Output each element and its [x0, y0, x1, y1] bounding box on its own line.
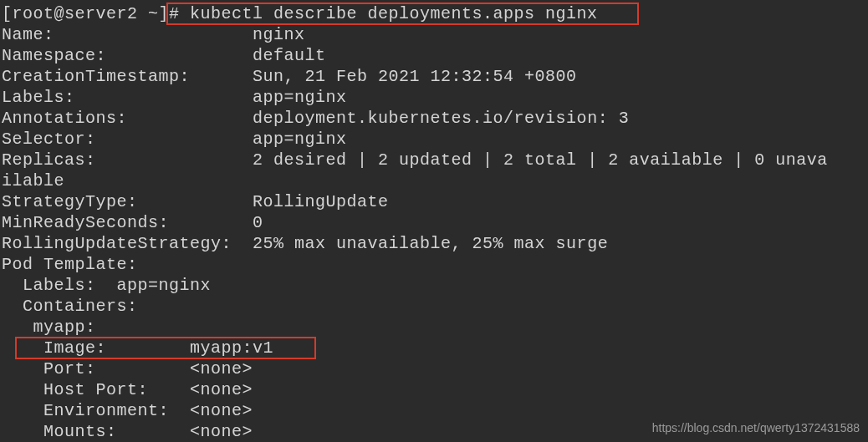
field-name-value: nginx — [253, 25, 305, 44]
field-rolling-value: 25% max unavailable, 25% max surge — [253, 234, 608, 253]
field-annotations-label: Annotations: — [2, 109, 127, 128]
command-text: kubectl describe deployments.apps nginx — [190, 4, 598, 23]
terminal-output: [root@server2 ~]# kubectl describe deplo… — [2, 3, 868, 442]
field-mounts-value: <none> — [190, 422, 253, 441]
field-replicas-label: Replicas: — [2, 150, 96, 170]
field-podlabels-value: app=nginx — [117, 276, 212, 295]
field-minready-label: MinReadySeconds: — [2, 213, 169, 232]
field-image-value: myapp:v1 — [190, 338, 273, 358]
field-labels-label: Labels: — [2, 88, 75, 107]
field-port-label: Port: — [2, 359, 96, 378]
field-creation-value: Sun, 21 Feb 2021 12:32:54 +0800 — [253, 67, 577, 86]
field-replicas-value: 2 desired | 2 updated | 2 total | 2 avai… — [253, 150, 828, 170]
field-selector-label: Selector: — [2, 130, 96, 149]
field-creation-label: CreationTimestamp: — [2, 67, 190, 86]
field-podlabels-label: Labels: — [2, 276, 117, 295]
field-strategy-value: RollingUpdate — [253, 192, 389, 211]
field-mounts-label: Mounts: — [2, 422, 117, 441]
field-port-value: <none> — [190, 359, 253, 378]
field-labels-value: app=nginx — [253, 88, 347, 107]
watermark-text: https://blog.csdn.net/qwerty1372431588 — [652, 421, 860, 436]
field-image-label: Image: — [2, 338, 106, 358]
field-container-name: myapp: — [2, 318, 96, 337]
field-env-label: Environment: — [2, 401, 169, 420]
field-podtemplate-label: Pod Template: — [2, 255, 138, 274]
field-env-value: <none> — [190, 401, 253, 420]
field-namespace-label: Namespace: — [2, 46, 106, 65]
field-strategy-label: StrategyType: — [2, 192, 138, 211]
field-containers-label: Containers: — [2, 297, 138, 316]
field-minready-value: 0 — [253, 213, 263, 232]
field-annotations-value: deployment.kubernetes.io/revision: 3 — [253, 109, 629, 128]
field-hostport-value: <none> — [190, 380, 253, 399]
field-namespace-value: default — [253, 46, 326, 65]
field-selector-value: app=nginx — [253, 130, 347, 149]
field-rolling-label: RollingUpdateStrategy: — [2, 234, 232, 253]
field-replicas-wrap: ilable — [2, 171, 64, 191]
field-hostport-label: Host Port: — [2, 380, 148, 399]
shell-prompt: [root@server2 ~]# — [2, 4, 190, 23]
field-name-label: Name: — [2, 25, 54, 44]
